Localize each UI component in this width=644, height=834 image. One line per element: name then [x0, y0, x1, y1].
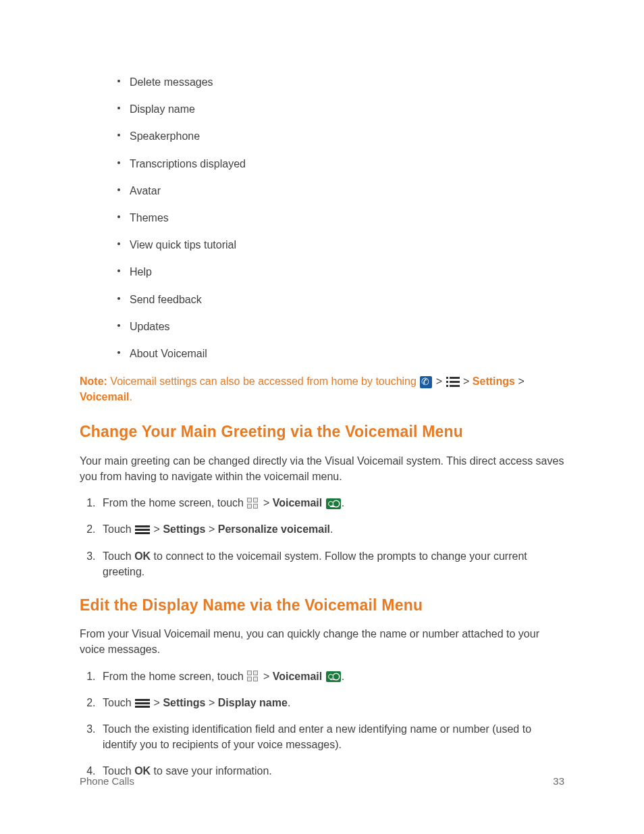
step-text: to connect to the voicemail system. Foll…	[103, 550, 527, 577]
separator: >	[260, 671, 272, 682]
section1-intro: Your main greeting can be changed direct…	[80, 453, 564, 484]
section2-steps: From the home screen, touch > Voicemail …	[99, 669, 564, 779]
section1-steps: From the home screen, touch > Voicemail …	[99, 495, 564, 579]
section2-intro: From your Visual Voicemail menu, you can…	[80, 626, 564, 657]
page-content: Delete messages Display name Speakerphon…	[0, 0, 644, 779]
list-item: Speakerphone	[117, 128, 564, 144]
hamburger-menu-icon	[135, 525, 150, 535]
separator: >	[463, 375, 469, 387]
step-item: From the home screen, touch > Voicemail …	[99, 495, 564, 511]
settings-bullet-list: Delete messages Display name Speakerphon…	[117, 74, 564, 361]
note-label: Note:	[80, 375, 107, 387]
note-voicemail: Voicemail	[80, 391, 130, 402]
note-text: Voicemail settings can also be accessed …	[107, 375, 419, 387]
list-menu-icon	[446, 376, 460, 388]
separator: >	[151, 697, 163, 708]
period: .	[130, 391, 132, 402]
list-item: Updates	[117, 319, 564, 334]
note-settings: Settings	[473, 375, 515, 387]
list-item: Delete messages	[117, 74, 564, 90]
separator: >	[518, 375, 524, 387]
section-heading-greeting: Change Your Main Greeting via the Voicem…	[80, 421, 564, 443]
footer-section-title: Phone Calls	[80, 775, 134, 787]
separator: >	[206, 523, 218, 535]
step-text: Touch	[103, 697, 134, 708]
apps-grid-icon	[247, 498, 259, 510]
voicemail-label: Voicemail	[273, 497, 323, 509]
separator: >	[206, 697, 218, 708]
page-footer: Phone Calls 33	[80, 775, 564, 787]
hamburger-menu-icon	[135, 699, 150, 708]
period: .	[288, 697, 290, 708]
personalize-label: Personalize voicemail	[218, 523, 330, 535]
step-item: Touch > Settings > Personalize voicemail…	[99, 521, 564, 537]
phone-icon	[420, 376, 432, 388]
list-item: Themes	[117, 210, 564, 226]
list-item: Display name	[117, 101, 564, 117]
display-name-label: Display name	[218, 697, 288, 708]
period: .	[330, 523, 333, 535]
step-text: Touch	[103, 523, 134, 535]
list-item: Avatar	[117, 183, 564, 199]
list-item: Transcriptions displayed	[117, 156, 564, 172]
voicemail-icon	[326, 498, 341, 509]
step-item: Touch > Settings > Display name.	[99, 695, 564, 710]
step-text: From the home screen, touch	[103, 671, 246, 682]
settings-label: Settings	[163, 697, 205, 708]
step-text: From the home screen, touch	[103, 497, 246, 509]
list-item: About Voicemail	[117, 346, 564, 361]
separator: >	[436, 375, 442, 387]
apps-grid-icon	[247, 671, 259, 683]
list-item: View quick tips tutorial	[117, 237, 564, 253]
separator: >	[260, 497, 272, 509]
period: .	[342, 671, 344, 682]
footer-page-number: 33	[553, 775, 564, 787]
settings-label: Settings	[163, 523, 205, 535]
period: .	[342, 497, 344, 509]
step-item: Touch the existing identification field …	[99, 721, 564, 752]
section-heading-display-name: Edit the Display Name via the Voicemail …	[80, 594, 564, 617]
step-text: Touch	[103, 550, 134, 562]
ok-label: OK	[134, 550, 151, 562]
step-item: Touch OK to connect to the voicemail sys…	[99, 548, 564, 579]
voicemail-icon	[326, 671, 341, 682]
list-item: Send feedback	[117, 292, 564, 307]
list-item: Help	[117, 264, 564, 280]
separator: >	[151, 523, 163, 535]
step-item: From the home screen, touch > Voicemail …	[99, 669, 564, 684]
note-paragraph: Note: Voicemail settings can also be acc…	[80, 373, 564, 405]
voicemail-label: Voicemail	[273, 671, 323, 682]
